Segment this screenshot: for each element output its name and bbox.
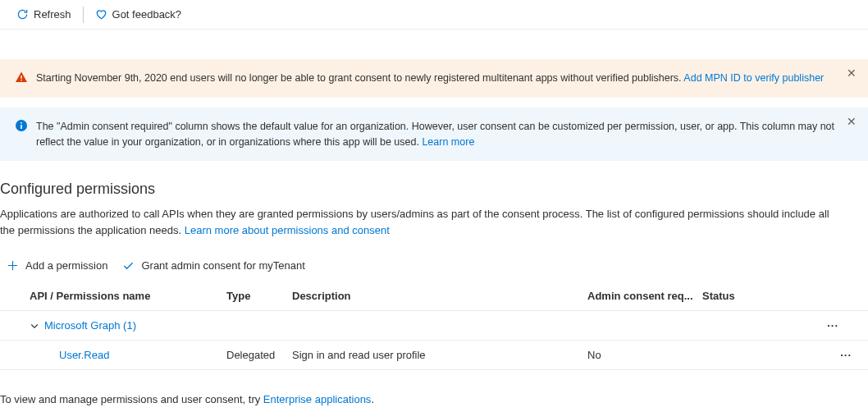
api-group-name[interactable]: Microsoft Graph (1): [44, 319, 136, 332]
command-bar: Refresh Got feedback?: [0, 0, 868, 30]
svg-rect-4: [21, 122, 22, 124]
permission-admin-consent: No: [587, 349, 702, 361]
admin-consent-info-banner: The "Admin consent required" column show…: [0, 108, 868, 162]
close-icon[interactable]: ✕: [847, 67, 857, 79]
permission-type: Delegated: [226, 349, 292, 361]
table-row: User.Read Delegated Sign in and read use…: [0, 341, 868, 370]
refresh-icon: [16, 8, 29, 21]
footer-note: To view and manage permissions and user …: [0, 370, 868, 412]
heart-icon: [95, 8, 107, 21]
permissions-action-bar: Add a permission Grant admin consent for…: [0, 253, 868, 282]
permissions-consent-learn-more-link[interactable]: Learn more about permissions and consent: [185, 224, 390, 236]
warning-text: Starting November 9th, 2020 end users wi…: [36, 72, 683, 84]
chevron-down-icon: [30, 321, 39, 331]
permission-description: Sign in and read user profile: [292, 349, 587, 361]
table-header: API / Permissions name Type Description …: [0, 282, 868, 311]
grant-admin-consent-button[interactable]: Grant admin consent for myTenant: [122, 259, 304, 272]
add-permission-button[interactable]: Add a permission: [7, 259, 107, 272]
feedback-label: Got feedback?: [112, 8, 182, 21]
col-header-admin-consent: Admin consent req...: [587, 290, 702, 302]
feedback-button[interactable]: Got feedback?: [89, 5, 189, 24]
refresh-button[interactable]: Refresh: [10, 5, 78, 24]
col-header-name: API / Permissions name: [30, 290, 226, 302]
svg-rect-1: [21, 80, 21, 80]
permissions-table: API / Permissions name Type Description …: [0, 282, 868, 370]
section-title: Configured permissions: [0, 181, 868, 198]
checkmark-icon: [122, 259, 135, 272]
col-header-status: Status: [702, 290, 801, 302]
row-more-button[interactable]: ···: [801, 349, 868, 361]
enterprise-applications-link[interactable]: Enterprise applications: [263, 393, 372, 405]
info-learn-more-link[interactable]: Learn more: [422, 136, 474, 148]
svg-rect-3: [21, 125, 22, 129]
group-more-button[interactable]: ···: [827, 319, 855, 332]
col-header-description: Description: [292, 290, 587, 302]
col-header-type: Type: [226, 290, 292, 302]
verify-publisher-link[interactable]: Add MPN ID to verify publisher: [683, 72, 824, 84]
permission-name[interactable]: User.Read: [30, 349, 226, 361]
toolbar-divider: [83, 7, 84, 23]
publisher-warning-banner: Starting November 9th, 2020 end users wi…: [0, 59, 868, 98]
grant-admin-consent-label: Grant admin consent for myTenant: [141, 259, 304, 272]
add-permission-label: Add a permission: [25, 259, 107, 272]
section-description: Applications are authorized to call APIs…: [0, 206, 837, 238]
warning-icon: [15, 71, 28, 84]
refresh-label: Refresh: [34, 8, 71, 21]
api-group-row[interactable]: Microsoft Graph (1) ···: [0, 311, 868, 341]
info-icon: [15, 119, 28, 132]
plus-icon: [7, 259, 19, 272]
close-icon[interactable]: ✕: [847, 116, 857, 127]
svg-rect-0: [21, 76, 21, 79]
